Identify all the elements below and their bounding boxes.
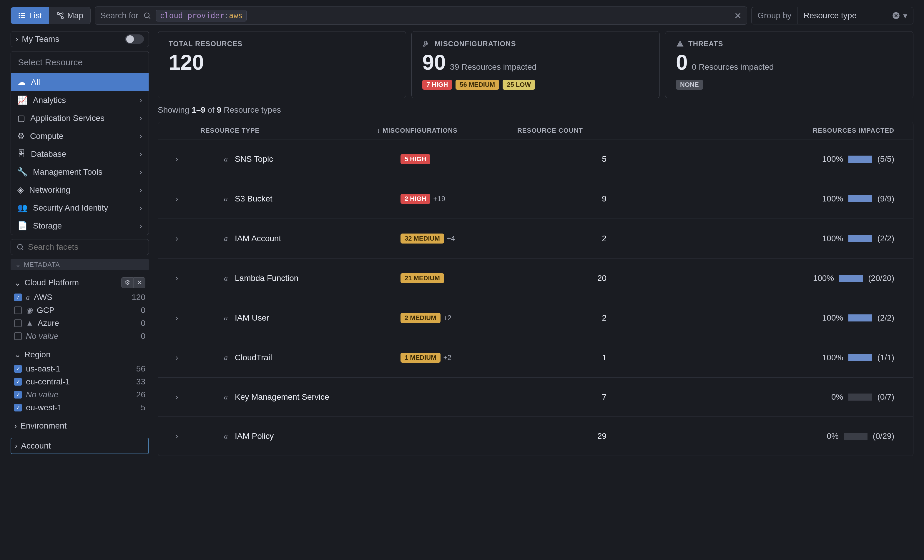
impact-bar [848,235,872,242]
checkbox[interactable]: ✓ [14,404,22,412]
clear-search-button[interactable]: ✕ [734,10,741,21]
expand-button[interactable]: › [165,274,189,283]
facet-label: eu-central-1 [26,377,70,386]
misconfig-sub: 39 Resources impacted [450,62,537,72]
search-bar[interactable]: Search for cloud_provider:aws ✕ [95,6,747,25]
facet-row[interactable]: ✓eu-west-15 [10,401,149,414]
facet-row[interactable]: ◉GCP0 [10,304,149,317]
search-icon [16,243,24,251]
svg-point-20 [680,45,680,46]
provider-icon: ◉ [26,306,33,315]
facet-row[interactable]: ✓us-east-156 [10,362,149,375]
total-resources-card: TOTAL RESOURCES 120 [158,31,406,98]
impact-fraction: (1/1) [877,353,894,362]
facet-label: GCP [37,305,55,315]
wrench-icon [422,40,430,48]
sidebar-item-all[interactable]: ☁All [11,73,148,91]
resource-icon: 📄 [17,221,28,231]
metadata-group[interactable]: ⌄ METADATA [10,259,149,270]
sidebar-item-compute[interactable]: ⚙Compute› [11,127,148,145]
expand-button[interactable]: › [165,234,189,243]
expand-button[interactable]: › [165,194,189,204]
facet-row[interactable]: ✓eu-central-133 [10,375,149,388]
facet-row[interactable]: ▲Azure0 [10,317,149,330]
sidebar-item-application-services[interactable]: ▢Application Services› [11,109,148,127]
facet-row[interactable]: No value0 [10,330,149,343]
filter-icon[interactable]: ⚙ [121,277,134,288]
chip-key: cloud_provider [160,11,224,20]
facet-count: 0 [141,331,146,341]
expand-button[interactable]: › [165,353,189,362]
map-view-button[interactable]: Map [49,7,90,24]
facet-row[interactable]: ✓aAWS120 [10,291,149,304]
table-row[interactable]: › aCloudTrail 1 MEDIUM+2 1 100% (1/1) [158,338,913,378]
groupby-value[interactable]: Resource type ▾ [798,7,913,24]
checkbox[interactable] [14,307,22,314]
account-label: Account [21,441,51,451]
table-row[interactable]: › aIAM Account 32 MEDIUM+4 2 100% (2/2) [158,219,913,259]
list-view-button[interactable]: List [11,7,49,24]
checkbox[interactable]: ✓ [14,293,22,301]
resource-label: Database [31,150,66,159]
table-row[interactable]: › aSNS Topic 5 HIGH 5 100% (5/5) [158,139,913,179]
region-section[interactable]: ⌄ Region [10,347,149,362]
resource-icon: ◈ [17,185,24,195]
sidebar-item-database[interactable]: 🗄Database› [11,145,148,163]
my-teams-row[interactable]: › My Teams [10,31,149,47]
table-row[interactable]: › aS3 Bucket 2 HIGH+19 9 100% (9/9) [158,179,913,219]
expand-button[interactable]: › [165,431,189,441]
impact-fraction: (0/29) [873,431,894,441]
table-row[interactable]: › aKey Management Service 7 0% (0/7) [158,378,913,417]
resource-label: Storage [33,221,62,231]
groupby-selector: Group by Resource type ▾ [751,7,914,24]
table-row[interactable]: › aIAM User 2 MEDIUM+2 2 100% (2/2) [158,298,913,338]
sidebar-item-security-and-identity[interactable]: 👥Security And Identity› [11,199,148,217]
checkbox[interactable]: ✓ [14,365,22,373]
impact-percent: 0% [831,392,843,402]
impact-fraction: (2/2) [877,313,894,323]
impact-bar [848,354,872,361]
sidebar-item-storage[interactable]: 📄Storage› [11,217,148,235]
clear-filter-button[interactable]: ✕ [134,277,146,288]
impact-fraction: (2/2) [877,234,894,243]
col-misconfigurations[interactable]: ↓ MISCONFIGURATIONS [377,127,495,135]
search-chip[interactable]: cloud_provider:aws [156,10,247,21]
checkbox[interactable]: ✓ [14,391,22,398]
svg-point-11 [144,13,149,18]
map-icon [56,12,64,20]
metadata-label: METADATA [24,261,60,268]
expand-button[interactable]: › [165,154,189,164]
checkbox[interactable] [14,332,22,340]
checkbox[interactable]: ✓ [14,378,22,386]
sidebar-item-management-tools[interactable]: 🔧Management Tools› [11,163,148,181]
severity-badge: 21 MEDIUM [400,273,444,283]
col-resources-impacted[interactable]: RESOURCES IMPACTED [601,127,906,135]
aws-icon: a [224,393,228,401]
sidebar-item-networking[interactable]: ◈Networking› [11,181,148,199]
my-teams-toggle[interactable] [125,34,144,44]
chevron-right-icon: › [140,132,142,141]
facet-search-input[interactable] [28,243,143,252]
facet-label: AWS [34,293,52,302]
resource-type-name: IAM Account [235,234,281,243]
severity-badge: 2 HIGH [400,194,430,204]
facet-search[interactable] [10,239,149,255]
col-resource-type[interactable]: RESOURCE TYPE [165,127,377,135]
col-resource-count[interactable]: RESOURCE COUNT [495,127,601,135]
cloud-platform-section[interactable]: ⌄ Cloud Platform ⚙ ✕ [10,274,149,291]
table-row[interactable]: › aLambda Function 21 MEDIUM 20 100% (20… [158,259,913,298]
expand-button[interactable]: › [165,313,189,323]
clear-groupby-icon[interactable] [892,12,900,20]
environment-section[interactable]: › Environment [10,418,149,434]
resource-type-name: CloudTrail [235,353,272,362]
account-section[interactable]: › Account [10,438,149,454]
facet-row[interactable]: ✓No value26 [10,388,149,401]
sidebar-item-analytics[interactable]: 📈Analytics› [11,91,148,109]
svg-point-8 [62,13,63,14]
groupby-value-text: Resource type [803,11,856,20]
chevron-down-icon: ⌄ [14,350,21,359]
expand-button[interactable]: › [165,392,189,402]
chevron-right-icon: › [140,167,142,177]
checkbox[interactable] [14,319,22,327]
table-row[interactable]: › aIAM Policy 29 0% (0/29) [158,417,913,456]
